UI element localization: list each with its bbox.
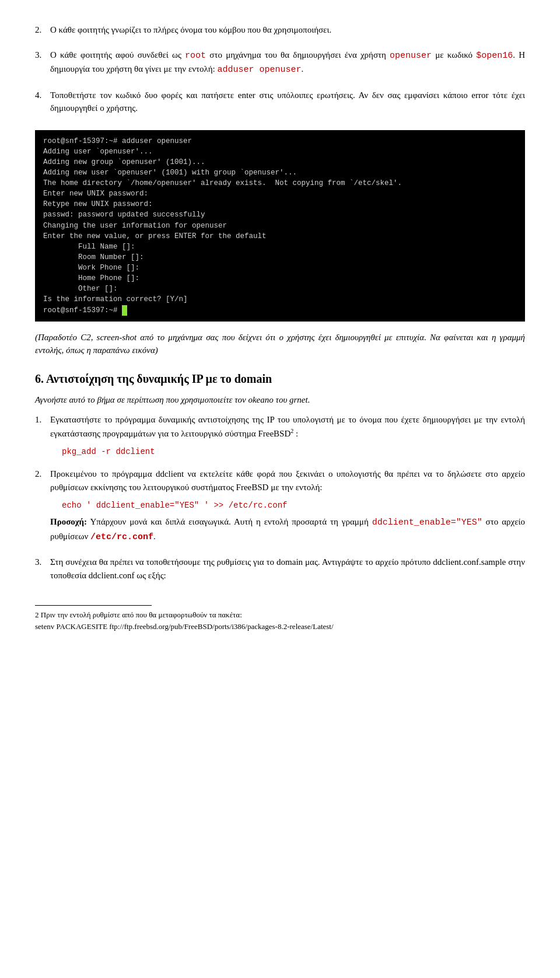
section6-item-2-number: 2. [35, 467, 47, 550]
list-item-4: 4. Τοποθετήστε τον κωδικό δυο φορές και … [35, 89, 525, 121]
item-code-root: root [185, 51, 206, 61]
section6-item-2-text: Προκειμένου το πρόγραμμα ddclient να εκτ… [50, 467, 525, 494]
section6-item-2-content: Προκειμένου το πρόγραμμα ddclient να εκτ… [50, 467, 525, 550]
terminal-line-1: root@snf-15397:~# adduser openuser Addin… [43, 137, 402, 315]
footnote-rule [35, 605, 152, 606]
item-content-3: Ο κάθε φοιτητής αφού συνδεθεί ως root στ… [50, 48, 525, 83]
section-6-subtext: Αγνοήστε αυτό το βήμα σε περίπτωση που χ… [35, 393, 525, 407]
item-code-openuser: openuser [390, 51, 432, 61]
s6i2-note-bold: Προσοχή: [50, 517, 87, 526]
section6-item-2-note: Προσοχή: Υπάρχουν μονά και διπλά εισαγωγ… [50, 515, 525, 544]
item-text-3-after: . [301, 64, 303, 74]
terminal-cursor [122, 305, 127, 316]
item-text-3-mid1: στο μηχάνημα του θα δημιουργήσει ένα χρή… [206, 50, 390, 60]
terminal-caption: (Παραδοτέο C2, screen-shot από το μηχάνη… [35, 331, 525, 357]
section6-item-1-text: Εγκαταστήστε το πρόγραμμα δυναμικής αντι… [50, 413, 525, 440]
list-item-3: 3. Ο κάθε φοιτητής αφού συνδεθεί ως root… [35, 48, 525, 83]
terminal-block: root@snf-15397:~# adduser openuser Addin… [35, 130, 525, 322]
s6i1-text-after: : [293, 429, 298, 438]
section6-item-3: 3. Στη συνέχεια θα πρέπει να τοποθετήσου… [35, 556, 525, 588]
item-number-4: 4. [35, 89, 47, 121]
item-number-2: 2. [35, 23, 47, 43]
s6i2-code: echo ' ddclient_enable="YES" ' >> /etc/r… [62, 500, 525, 512]
item-text-3: Ο κάθε φοιτητής αφού συνδεθεί ως root στ… [50, 48, 525, 77]
s6i1-code: pkg_add -r ddclient [62, 446, 525, 458]
footnote-text2: setenv PACKAGESITE ftp://ftp.freebsd.org… [35, 622, 334, 631]
s6i2-note-text: Υπάρχουν μονά και διπλά εισαγωγικά. Αυτή… [87, 517, 372, 526]
s6i1-text-before: Εγκαταστήστε το πρόγραμμα δυναμικής αντι… [50, 415, 525, 438]
footnote-text1: Πριν την εντολή ρυθμίστε από που θα μετα… [39, 610, 242, 619]
section6-item-1-number: 1. [35, 413, 47, 462]
item-content-2: Ο κάθε φοιτητής γνωρίζει το πλήρες όνομα… [50, 23, 525, 43]
item-text-3-mid2: με κωδικό [432, 50, 476, 60]
item-text-4: Τοποθετήστε τον κωδικό δυο φορές και πατ… [50, 89, 525, 115]
item-code-adduser: adduser openuser [217, 65, 301, 75]
item-text-2: Ο κάθε φοιτητής γνωρίζει το πλήρες όνομα… [50, 23, 525, 37]
item-content-4: Τοποθετήστε τον κωδικό δυο φορές και πατ… [50, 89, 525, 121]
section6-item-3-content: Στη συνέχεια θα πρέπει να τοποθετήσουμε … [50, 556, 525, 588]
section6-item-1-content: Εγκαταστήστε το πρόγραμμα δυναμικής αντι… [50, 413, 525, 462]
list-item-2: 2. Ο κάθε φοιτητής γνωρίζει το πλήρες όν… [35, 23, 525, 43]
item-text-3-before: Ο κάθε φοιτητής αφού συνδεθεί ως [50, 50, 185, 60]
section6-item-3-number: 3. [35, 556, 47, 588]
s6i2-note-code1: ddclient_enable="YES" [372, 518, 482, 528]
section-6-heading: 6. Αντιστοίχηση της δυναμικής IP με το d… [35, 370, 525, 387]
section6-item-2: 2. Προκειμένου το πρόγραμμα ddclient να … [35, 467, 525, 550]
footnote-block: 2 Πριν την εντολή ρυθμίστε από που θα με… [35, 609, 525, 632]
item-number-3: 3. [35, 48, 47, 83]
section6-item-1: 1. Εγκαταστήστε το πρόγραμμα δυναμικής α… [35, 413, 525, 462]
s6i2-note-code2: /etc/rc.conf [90, 532, 153, 542]
s6i2-note-text3: . [153, 532, 156, 541]
section6-item-3-text: Στη συνέχεια θα πρέπει να τοποθετήσουμε … [50, 556, 525, 582]
item-code-open16: $open16 [476, 51, 513, 61]
